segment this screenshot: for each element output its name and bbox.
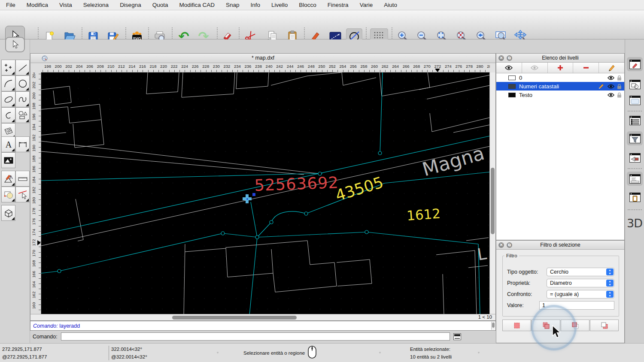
filter-select-2[interactable]: Diametro▲▼ bbox=[547, 279, 614, 287]
menu-bar: FileModificaVistaSelezionaDisegnaQuotaMo… bbox=[0, 0, 644, 10]
palette-ruler-tool[interactable] bbox=[15, 171, 30, 187]
menu-info[interactable]: Info bbox=[251, 2, 261, 8]
clipboard-panel-button[interactable] bbox=[627, 190, 643, 204]
palette-curve-tool[interactable] bbox=[1, 107, 15, 123]
command-log-panel-icon bbox=[629, 174, 641, 184]
filter-select-3[interactable]: = (uguale a)▲▼ bbox=[547, 290, 614, 299]
drawing-content: 52563692 43505 1612 Magna A L bbox=[41, 72, 490, 315]
layer-row-0[interactable]: 0 bbox=[496, 73, 624, 82]
layer-hidden-button[interactable] bbox=[522, 63, 548, 73]
spline-icon bbox=[18, 94, 28, 105]
command-history-value: layeradd bbox=[59, 323, 80, 329]
select-stepper-icon[interactable]: ▲▼ bbox=[606, 280, 614, 287]
palette-boolean-tool[interactable] bbox=[1, 187, 15, 202]
drawing-canvas[interactable]: 52563692 43505 1612 Magna A L bbox=[41, 72, 490, 315]
canvas-horizontal-scrollbar[interactable]: 1 < 10 bbox=[30, 314, 495, 320]
menu-blocco[interactable]: Blocco bbox=[299, 2, 316, 8]
hruler-number: 238 bbox=[253, 64, 264, 69]
menu-disegna[interactable]: Disegna bbox=[120, 2, 141, 8]
filter-select-1[interactable]: Cerchio▲▼ bbox=[547, 268, 614, 276]
filter-field-row: Proprietà:Diametro▲▼ bbox=[507, 279, 614, 287]
document-title: * map.dxf bbox=[30, 55, 495, 61]
select-stepper-icon[interactable]: ▲▼ bbox=[606, 268, 614, 275]
palette-image-tool[interactable] bbox=[1, 152, 15, 168]
eye-icon[interactable] bbox=[608, 75, 614, 80]
3d-mode-button[interactable]: 3D bbox=[627, 217, 642, 230]
lock-icon[interactable] bbox=[617, 84, 622, 89]
pen-settings-panel-button[interactable] bbox=[627, 57, 643, 71]
palette-select-button[interactable] bbox=[5, 37, 25, 52]
palette-arc-tool[interactable] bbox=[1, 75, 15, 91]
lock-icon[interactable] bbox=[617, 75, 622, 81]
layer-remove-button[interactable] bbox=[573, 63, 599, 73]
menu-finestra[interactable]: Finestra bbox=[328, 2, 349, 8]
menu-modifica-cad[interactable]: Modifica CAD bbox=[179, 2, 215, 8]
filter-panel-title: Filtro di selezione bbox=[496, 242, 624, 248]
command-input[interactable] bbox=[61, 332, 450, 341]
palette-text-tool[interactable]: A bbox=[1, 136, 15, 152]
hruler-number: 278 bbox=[464, 64, 474, 69]
vruler-number: 176 bbox=[31, 217, 36, 227]
eye-icon[interactable] bbox=[608, 93, 614, 97]
layer-row-numeri-catastali[interactable]: Numeri catastali bbox=[496, 82, 624, 90]
vruler-marker bbox=[37, 240, 41, 245]
palette-construction-tool[interactable] bbox=[1, 171, 15, 187]
hruler-number: 198 bbox=[43, 64, 53, 69]
palette-dimension-tool[interactable] bbox=[15, 136, 30, 152]
layer-row-testo[interactable]: Testo bbox=[496, 90, 624, 99]
command-log-panel-button[interactable] bbox=[627, 172, 643, 186]
hruler-number: 222 bbox=[169, 64, 179, 69]
palette-ellipse-tool[interactable] bbox=[1, 91, 15, 107]
layer-color-swatch[interactable] bbox=[508, 84, 516, 89]
canvas-vertical-scrollbar[interactable] bbox=[489, 72, 495, 315]
command-history-label: Comando: bbox=[33, 323, 58, 329]
vscroll-thumb[interactable] bbox=[491, 168, 495, 234]
menu-livello[interactable]: Livello bbox=[271, 2, 288, 8]
lock-icon[interactable] bbox=[617, 92, 622, 98]
layer-add-button[interactable] bbox=[548, 63, 574, 73]
hscroll-thumb[interactable] bbox=[172, 316, 297, 320]
menu-aiuto[interactable]: Aiuto bbox=[384, 2, 397, 8]
select-stepper-icon[interactable]: ▲▼ bbox=[606, 291, 614, 298]
menu-varie[interactable]: Varie bbox=[360, 2, 373, 8]
menu-vista[interactable]: Vista bbox=[59, 2, 72, 8]
menu-modifica[interactable]: Modifica bbox=[27, 2, 48, 8]
command-console-icon[interactable] bbox=[453, 333, 461, 340]
layers-list-panel-button[interactable] bbox=[627, 113, 643, 127]
projection-panel-button[interactable] bbox=[627, 151, 643, 165]
cad-application: { "app": { "menu": ["File","Modifica","V… bbox=[0, 0, 644, 362]
boolean-shapes-icon bbox=[3, 190, 14, 200]
blank-panel-button[interactable] bbox=[627, 93, 643, 107]
hruler-number: 224 bbox=[179, 64, 190, 69]
palette-3d-box-tool[interactable] bbox=[1, 205, 15, 221]
layer-edit-button[interactable] bbox=[599, 63, 624, 73]
command-prompt-row: Comando: bbox=[30, 331, 496, 342]
palette-trim-tool[interactable] bbox=[15, 187, 30, 202]
filter-intersect-selection-button[interactable] bbox=[590, 320, 619, 331]
layer-color-swatch[interactable] bbox=[508, 75, 516, 80]
menu-snap[interactable]: Snap bbox=[226, 2, 240, 8]
drawing-window-header[interactable]: * map.dxf bbox=[30, 54, 495, 63]
hruler-number: 210 bbox=[106, 64, 116, 69]
menu-file[interactable]: File bbox=[6, 2, 15, 8]
menu-seleziona[interactable]: Seleziona bbox=[83, 2, 109, 8]
layer-name: 0 bbox=[519, 75, 522, 81]
hruler-number: 208 bbox=[95, 64, 106, 69]
selection-filter-panel-button[interactable] bbox=[627, 131, 643, 145]
hruler-number: 236 bbox=[243, 64, 253, 69]
menu-quota[interactable]: Quota bbox=[152, 2, 168, 8]
eye-icon[interactable] bbox=[608, 84, 614, 89]
layer-color-swatch[interactable] bbox=[508, 93, 516, 97]
layer-visible-button[interactable] bbox=[496, 63, 522, 73]
palette-spline-tool[interactable] bbox=[15, 91, 30, 107]
palette-line-tool[interactable] bbox=[15, 60, 30, 75]
palette-polygons-tool[interactable] bbox=[15, 107, 30, 123]
filter-select-all-button[interactable] bbox=[502, 320, 531, 331]
palette-circle-tool[interactable] bbox=[15, 75, 30, 91]
palette-points-tool[interactable] bbox=[1, 60, 15, 75]
history-scrollbar[interactable] bbox=[491, 322, 495, 330]
hruler-number: 246 bbox=[295, 64, 306, 69]
layer-row-icons bbox=[608, 92, 622, 98]
vruler-number: 186 bbox=[31, 164, 36, 175]
shapes-panel-button[interactable] bbox=[627, 77, 643, 91]
